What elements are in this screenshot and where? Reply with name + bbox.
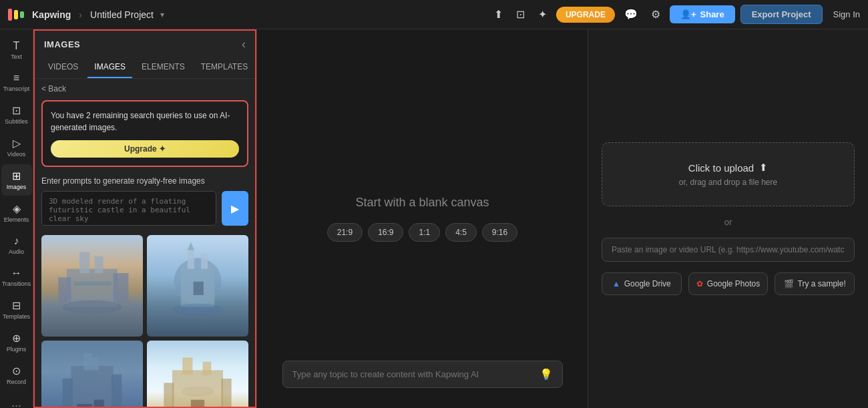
project-chevron[interactable]: ▾ — [160, 10, 164, 19]
right-panel: Click to upload ⬆ or, drag and drop a fi… — [588, 29, 868, 408]
try-sample-button[interactable]: 🎬 Try a sample! — [775, 272, 855, 295]
svg-rect-19 — [77, 404, 92, 408]
castle-image-3[interactable] — [41, 341, 143, 408]
project-name: Untitled Project — [90, 9, 154, 20]
svg-rect-18 — [112, 375, 122, 408]
tab-images[interactable]: IMAGES — [87, 57, 132, 78]
send-icon: ▶ — [231, 202, 239, 215]
castle-image-1[interactable] — [41, 235, 143, 337]
lightbulb-icon: 💡 — [539, 368, 553, 381]
svg-rect-15 — [83, 353, 92, 370]
plugins-icon: ⊕ — [12, 332, 21, 345]
prompt-label: Enter prompts to generate royalty-free i… — [41, 176, 248, 186]
svg-rect-3 — [58, 277, 71, 302]
canvas-title: Start with a blank canvas — [355, 196, 489, 210]
upgrade-button[interactable]: UPGRADE — [556, 7, 615, 23]
sidebar-item-templates[interactable]: ⊟ Templates — [1, 294, 32, 325]
images-panel: IMAGES ‹ VIDEOS IMAGES ELEMENTS TEMPLATE… — [33, 29, 257, 408]
panel-collapse-button[interactable]: ‹ — [242, 37, 246, 51]
prompt-send-button[interactable]: ▶ — [222, 191, 248, 226]
google-drive-icon: ▲ — [612, 279, 620, 288]
screen-icon-btn[interactable]: ⊡ — [512, 4, 529, 25]
upgrade-box-text: You have 2 remaining search queries to u… — [51, 110, 239, 134]
export-button[interactable]: Export Project — [740, 5, 823, 24]
canvas-center: Start with a blank canvas 21:9 16:9 1:1 … — [327, 196, 517, 242]
svg-rect-1 — [79, 252, 89, 273]
castle-image-4[interactable] — [147, 341, 248, 408]
svg-rect-27 — [191, 400, 204, 408]
tab-videos[interactable]: VIDEOS — [41, 57, 85, 78]
svg-rect-12 — [194, 282, 204, 295]
sidebar-item-elements[interactable]: ◈ Elements — [1, 197, 32, 228]
comment-icon-btn[interactable]: 💬 — [620, 4, 642, 25]
aspect-21-9[interactable]: 21:9 — [327, 223, 363, 242]
aspect-16-9[interactable]: 16:9 — [368, 223, 403, 242]
signin-button[interactable]: Sign In — [833, 9, 860, 19]
logo-stripe-3 — [20, 11, 24, 18]
prompt-input[interactable] — [41, 191, 216, 226]
subtitles-icon: ⊡ — [12, 104, 21, 117]
ai-input-field[interactable] — [292, 369, 533, 379]
sidebar-item-videos[interactable]: ▷ Videos — [1, 132, 32, 163]
sidebar-item-images[interactable]: ⊞ Images — [1, 164, 32, 196]
upload-icon: ⬆ — [759, 162, 768, 174]
logo — [8, 8, 27, 21]
brand-name: Kapwing — [32, 9, 71, 20]
brightness-icon-btn[interactable]: ✦ — [534, 4, 551, 25]
svg-rect-6 — [73, 282, 112, 286]
svg-rect-25 — [221, 379, 231, 408]
upgrade-box-button[interactable]: Upgrade ✦ — [51, 140, 239, 158]
elements-icon: ◈ — [13, 202, 21, 215]
share-button[interactable]: 👤+ Share — [670, 5, 735, 23]
tab-templates[interactable]: TEMPLATES — [194, 57, 254, 78]
svg-point-5 — [63, 300, 122, 314]
sidebar-item-text[interactable]: T Text — [1, 35, 32, 65]
image-grid — [41, 235, 248, 408]
or-divider: or — [724, 217, 732, 227]
svg-rect-22 — [182, 357, 192, 374]
sidebar-item-transitions[interactable]: ↔ Transitions — [1, 262, 32, 292]
google-drive-button[interactable]: ▲ Google Drive — [602, 272, 682, 295]
videos-icon: ▷ — [13, 137, 21, 150]
sidebar-item-plugins[interactable]: ⊕ Plugins — [1, 327, 32, 358]
sidebar-item-transcript[interactable]: ≡ Transcript — [1, 67, 32, 97]
transcript-icon: ≡ — [13, 72, 19, 84]
upload-icon-btn[interactable]: ⬆ — [490, 4, 507, 25]
panel-content: < Back You have 2 remaining search queri… — [33, 79, 256, 408]
aspect-9-16[interactable]: 9:16 — [482, 223, 517, 242]
svg-rect-4 — [114, 273, 129, 302]
images-icon: ⊞ — [12, 170, 21, 182]
google-photos-icon: ✿ — [696, 279, 703, 288]
svg-rect-16 — [92, 357, 99, 370]
panel-tabs: VIDEOS IMAGES ELEMENTS TEMPLATES — [33, 57, 256, 79]
upgrade-box: You have 2 remaining search queries to u… — [41, 100, 248, 167]
service-buttons: ▲ Google Drive ✿ Google Photos 🎬 Try a s… — [602, 272, 855, 295]
templates-icon: ⊟ — [12, 299, 21, 312]
svg-point-13 — [172, 304, 223, 316]
sidebar-item-subtitles[interactable]: ⊡ Subtitles — [1, 99, 32, 130]
sidebar-item-audio[interactable]: ♪ Audio — [1, 230, 32, 260]
svg-rect-20 — [94, 400, 104, 408]
svg-marker-11 — [188, 242, 194, 250]
svg-rect-23 — [203, 362, 212, 375]
tab-elements[interactable]: ELEMENTS — [135, 57, 192, 78]
audio-icon: ♪ — [14, 235, 19, 247]
svg-point-26 — [181, 386, 215, 396]
url-input[interactable] — [602, 238, 855, 262]
sidebar-item-record[interactable]: ⊙ Record — [1, 359, 32, 391]
aspect-1-1[interactable]: 1:1 — [409, 223, 440, 242]
upload-box[interactable]: Click to upload ⬆ or, drag and drop a fi… — [602, 142, 855, 206]
panel-title: IMAGES — [44, 39, 80, 49]
more-options-icon[interactable]: ··· — [5, 392, 28, 408]
canvas-area: Start with a blank canvas 21:9 16:9 1:1 … — [257, 29, 588, 408]
castle-image-2[interactable] — [147, 235, 248, 337]
main-layout: T Text ≡ Transcript ⊡ Subtitles ▷ Videos… — [0, 29, 868, 408]
settings-icon-btn[interactable]: ⚙ — [647, 4, 664, 25]
record-icon: ⊙ — [12, 365, 21, 377]
upload-subtitle: or, drag and drop a file here — [679, 178, 777, 187]
aspect-4-5[interactable]: 4:5 — [445, 223, 477, 242]
svg-rect-14 — [71, 366, 113, 408]
svg-rect-24 — [164, 383, 174, 408]
google-photos-button[interactable]: ✿ Google Photos — [688, 272, 769, 295]
back-link[interactable]: < Back — [41, 84, 248, 93]
